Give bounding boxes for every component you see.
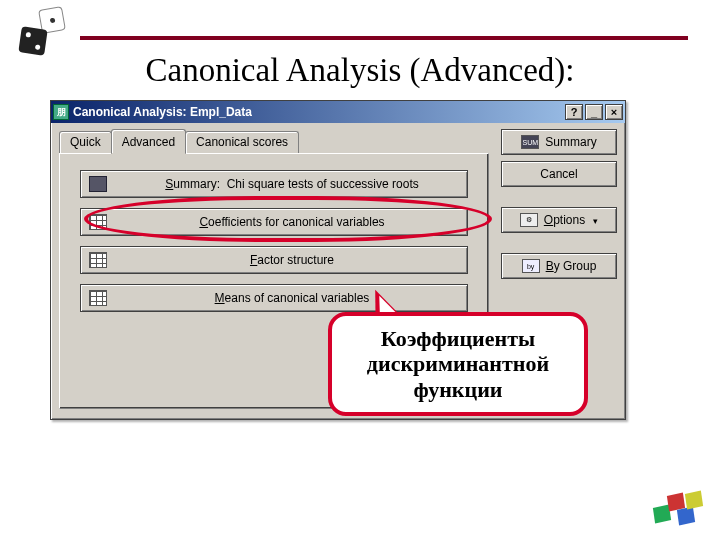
tab-advanced[interactable]: Advanced	[111, 129, 186, 154]
right-button-column: SUM Summary Cancel ⚙ Options by By Group	[501, 129, 617, 279]
grid-icon	[89, 290, 107, 306]
callout-line2: дискриминантной	[350, 351, 566, 376]
by-group-icon: by	[522, 259, 540, 273]
minimize-button[interactable]: _	[585, 104, 603, 120]
summary-button[interactable]: SUM Summary	[501, 129, 617, 155]
grid-icon	[89, 214, 107, 230]
callout-line3: функции	[350, 377, 566, 402]
by-group-button[interactable]: by By Group	[501, 253, 617, 279]
titlebar: 朋 Canonical Analysis: Empl_Data ? _ ×	[51, 101, 625, 123]
grid-icon	[89, 252, 107, 268]
slide-corner-decoration	[16, 8, 72, 56]
coefficients-button[interactable]: Coefficients for canonical variables	[80, 208, 468, 236]
factor-structure-button[interactable]: Factor structure	[80, 246, 468, 274]
callout-line1: Коэффициенты	[350, 326, 566, 351]
slide-rule-line	[80, 36, 688, 40]
slide-corner-art	[648, 484, 708, 534]
summary-mini-icon: SUM	[521, 135, 539, 149]
tab-canonical-scores[interactable]: Canonical scores	[185, 131, 299, 153]
callout-bubble: Коэффициенты дискриминантной функции	[328, 312, 588, 416]
cancel-button[interactable]: Cancel	[501, 161, 617, 187]
summary-chi-button[interactable]: Summary: Chi square tests of successive …	[80, 170, 468, 198]
window-title: Canonical Analysis: Empl_Data	[73, 105, 252, 119]
summary-icon	[89, 176, 107, 192]
options-button[interactable]: ⚙ Options	[501, 207, 617, 233]
options-icon: ⚙	[520, 213, 538, 227]
means-button[interactable]: Means of canonical variables	[80, 284, 468, 312]
tab-quick[interactable]: Quick	[59, 131, 112, 153]
help-button[interactable]: ?	[565, 104, 583, 120]
slide-title: Canonical Analysis (Advanced):	[0, 52, 720, 89]
app-icon: 朋	[53, 104, 69, 120]
chevron-down-icon	[591, 213, 598, 227]
close-button[interactable]: ×	[605, 104, 623, 120]
